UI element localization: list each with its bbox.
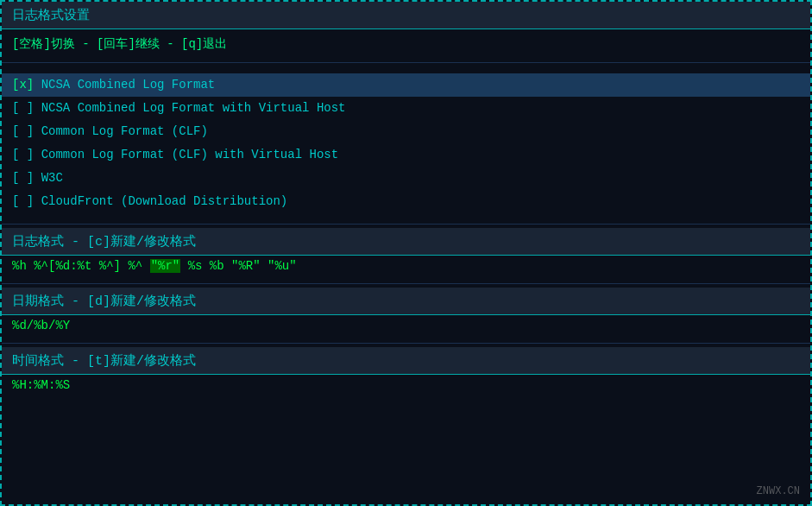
option-label-1: NCSA Combined Log Format bbox=[41, 78, 216, 92]
option-label-5: W3C bbox=[41, 171, 63, 185]
watermark: ZNWX.CN bbox=[757, 485, 800, 497]
time-format-header: 时间格式 - [t]新建/修改格式 bbox=[2, 347, 810, 375]
date-format-header: 日期格式 - [d]新建/修改格式 bbox=[2, 288, 810, 315]
time-format-label: 时间格式 - [t]新建/修改格式 bbox=[12, 354, 196, 369]
log-format-highlight: "%r" bbox=[150, 259, 181, 273]
log-format-value: %h %^[%d:%t %^] %^ "%r" %s %b "%R" "%u" bbox=[2, 256, 810, 280]
watermark-text: ZNWX.CN bbox=[757, 485, 800, 497]
date-format-text: %d/%b/%Y bbox=[12, 319, 70, 332]
log-format-prefix: %h %^[%d:%t %^] %^ bbox=[12, 259, 150, 273]
list-item[interactable]: [ ] Common Log Format (CLF) bbox=[2, 120, 810, 143]
checkbox-6[interactable]: [ ] bbox=[12, 194, 34, 208]
options-section: [x] NCSA Combined Log Format [ ] NCSA Co… bbox=[2, 66, 810, 220]
checkbox-1[interactable]: [x] bbox=[12, 78, 34, 92]
date-format-section: 日期格式 - [d]新建/修改格式 %d/%b/%Y bbox=[2, 288, 810, 339]
time-format-text: %H:%M:%S bbox=[12, 378, 70, 392]
checkbox-5[interactable]: [ ] bbox=[12, 171, 34, 185]
instruction-line: [空格]切换 - [回车]继续 - [q]退出 bbox=[2, 29, 810, 59]
list-item[interactable]: [ ] CloudFront (Download Distribution) bbox=[2, 190, 810, 213]
divider-2 bbox=[2, 224, 810, 225]
list-item[interactable]: [x] NCSA Combined Log Format bbox=[2, 73, 810, 97]
time-format-section: 时间格式 - [t]新建/修改格式 %H:%M:%S bbox=[2, 347, 810, 399]
list-item[interactable]: [ ] NCSA Combined Log Format with Virtua… bbox=[2, 97, 810, 120]
divider-1 bbox=[2, 62, 810, 63]
checkbox-2[interactable]: [ ] bbox=[12, 101, 34, 115]
option-label-6: CloudFront (Download Distribution) bbox=[41, 194, 288, 208]
option-label-2: NCSA Combined Log Format with Virtual Ho… bbox=[41, 101, 346, 115]
checkbox-4[interactable]: [ ] bbox=[12, 148, 34, 161]
instruction-text: [空格]切换 - [回车]继续 - [q]退出 bbox=[12, 37, 227, 51]
list-item[interactable]: [ ] W3C bbox=[2, 167, 810, 190]
time-format-value: %H:%M:%S bbox=[2, 375, 810, 399]
list-item[interactable]: [ ] Common Log Format (CLF) with Virtual… bbox=[2, 143, 810, 167]
title-text: 日志格式设置 bbox=[12, 9, 90, 23]
log-format-label: 日志格式 - [c]新建/修改格式 bbox=[12, 235, 196, 250]
date-format-label: 日期格式 - [d]新建/修改格式 bbox=[12, 294, 196, 309]
log-format-section: 日志格式 - [c]新建/修改格式 %h %^[%d:%t %^] %^ "%r… bbox=[2, 228, 810, 280]
terminal-window: 日志格式设置 [空格]切换 - [回车]继续 - [q]退出 [x] NCSA … bbox=[0, 0, 812, 506]
checkbox-3[interactable]: [ ] bbox=[12, 124, 34, 138]
log-format-header: 日志格式 - [c]新建/修改格式 bbox=[2, 228, 810, 256]
divider-4 bbox=[2, 343, 810, 344]
log-format-suffix: %s %b "%R" "%u" bbox=[180, 259, 296, 273]
title-header: 日志格式设置 bbox=[2, 2, 810, 29]
divider-3 bbox=[2, 283, 810, 284]
option-label-3: Common Log Format (CLF) bbox=[41, 124, 208, 138]
date-format-value: %d/%b/%Y bbox=[2, 315, 810, 339]
option-label-4: Common Log Format (CLF) with Virtual Hos… bbox=[41, 148, 338, 161]
